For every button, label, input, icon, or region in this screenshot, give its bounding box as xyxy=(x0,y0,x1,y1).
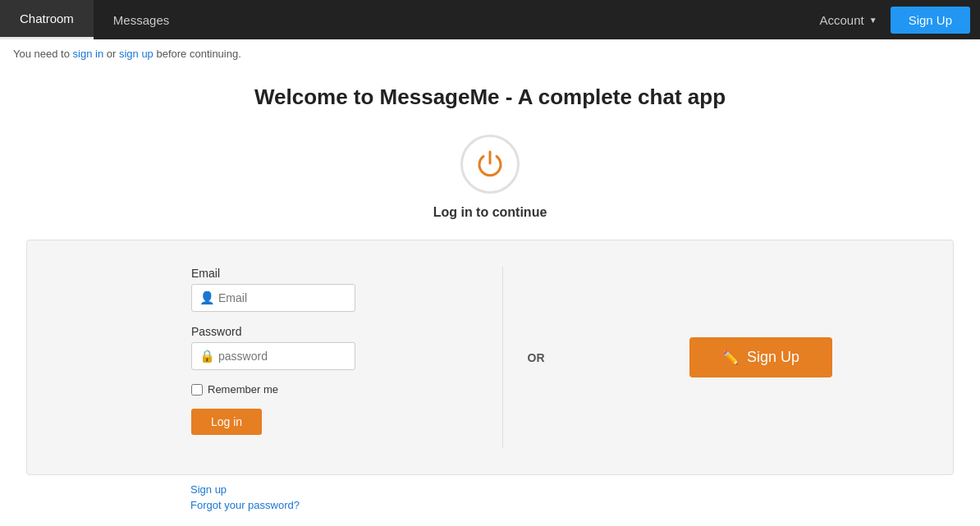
navbar: Chatroom Messages Account ▼ Sign Up xyxy=(0,0,980,39)
signup-alert-link[interactable]: sign up xyxy=(119,48,153,60)
or-divider: OR xyxy=(503,351,569,364)
edit-icon: ✏️ xyxy=(722,350,739,365)
signup-big-label: Sign Up xyxy=(747,349,799,366)
login-button[interactable]: Log in xyxy=(191,409,262,435)
remember-me-group: Remember me xyxy=(191,383,469,396)
chatroom-tab-label: Chatroom xyxy=(20,11,74,25)
power-icon-circle xyxy=(460,135,520,194)
lock-icon: 🔒 xyxy=(199,349,215,364)
signup-big-button[interactable]: ✏️ Sign Up xyxy=(689,337,832,377)
password-group: Password 🔒 xyxy=(191,325,469,370)
signup-section: ✏️ Sign Up xyxy=(569,337,953,377)
email-input-wrapper: 👤 xyxy=(191,284,469,312)
remember-me-label: Remember me xyxy=(208,383,278,396)
tab-messages[interactable]: Messages xyxy=(94,0,189,39)
signin-link[interactable]: sign in xyxy=(73,48,104,60)
form-container: Email 👤 Password 🔒 Remember me xyxy=(26,240,954,475)
tab-chatroom[interactable]: Chatroom xyxy=(0,0,94,39)
chevron-down-icon: ▼ xyxy=(869,16,877,25)
email-label: Email xyxy=(191,267,469,280)
forgot-password-link[interactable]: Forgot your password? xyxy=(190,499,954,511)
login-form: Email 👤 Password 🔒 Remember me xyxy=(27,267,503,448)
messages-tab-label: Messages xyxy=(113,13,169,27)
alert-prefix: You need to xyxy=(13,48,73,60)
page-title: Welcome to MessageMe - A complete chat a… xyxy=(254,85,726,110)
power-icon xyxy=(474,149,506,180)
account-menu[interactable]: Account ▼ xyxy=(807,13,891,27)
account-label: Account xyxy=(820,13,864,27)
form-footer-links: Sign up Forgot your password? xyxy=(26,475,954,511)
alert-middle: or xyxy=(103,48,119,60)
password-input-wrapper: 🔒 xyxy=(191,342,469,370)
nav-tabs: Chatroom Messages xyxy=(0,0,189,39)
password-input[interactable] xyxy=(191,342,355,370)
or-label: OR xyxy=(528,351,545,364)
alert-suffix: before continuing. xyxy=(153,48,241,60)
remember-me-checkbox[interactable] xyxy=(191,384,203,396)
signup-link[interactable]: Sign up xyxy=(190,483,954,496)
user-icon: 👤 xyxy=(199,290,215,305)
email-group: Email 👤 xyxy=(191,267,469,312)
main-content: Welcome to MessageMe - A complete chat a… xyxy=(0,68,980,526)
password-label: Password xyxy=(191,325,469,338)
login-subtitle: Log in to continue xyxy=(433,205,547,220)
email-input[interactable] xyxy=(191,284,355,312)
form-links: Sign up Forgot your password? xyxy=(190,483,954,511)
alert-bar: You need to sign in or sign up before co… xyxy=(0,39,980,68)
nav-signup-button[interactable]: Sign Up xyxy=(891,7,970,34)
